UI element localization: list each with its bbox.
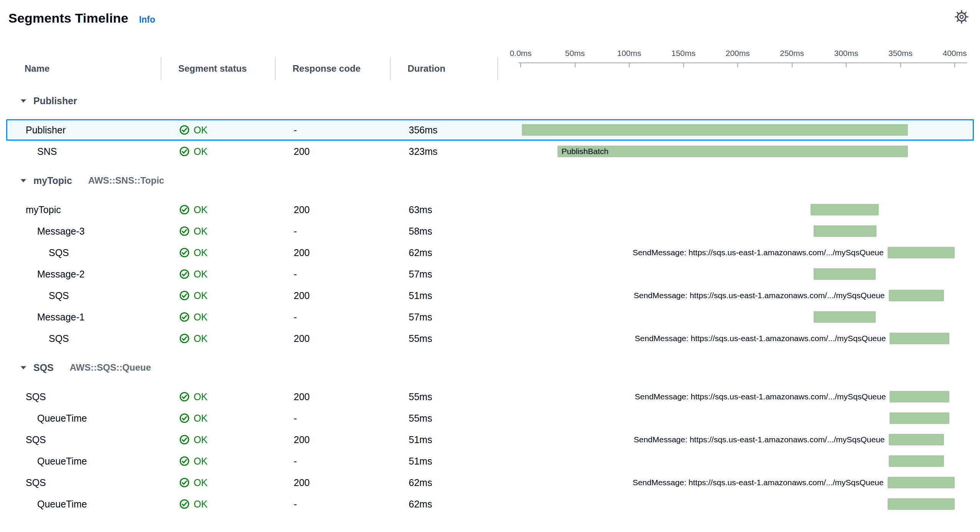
status-ok-icon: [179, 435, 189, 445]
timeline-bar[interactable]: [811, 204, 879, 215]
column-header-segment-status: Segment status: [161, 57, 276, 80]
axis-tick-label: 350ms: [888, 49, 913, 58]
segment-row[interactable]: SQSOK20051msSendMessage: https://sqs.us-…: [6, 429, 974, 450]
segment-status: OK: [163, 434, 277, 445]
response-code: -: [277, 499, 392, 510]
segment-name: SNS: [7, 146, 163, 157]
settings-button[interactable]: [953, 8, 970, 25]
timeline-cell: SendMessage: https://sqs.us-east-1.amazo…: [499, 243, 973, 262]
segment-row[interactable]: QueueTimeOK-62ms: [6, 493, 974, 515]
axis-tick: [575, 62, 576, 67]
status-text: OK: [194, 226, 207, 237]
status-ok-icon: [179, 456, 189, 466]
timeline-cell: [499, 200, 973, 219]
segment-status: OK: [163, 391, 277, 402]
segment-row[interactable]: Message-3OK-58ms: [6, 220, 974, 242]
duration: 55ms: [392, 391, 499, 402]
status-text: OK: [194, 434, 207, 445]
info-link[interactable]: Info: [139, 15, 155, 25]
timeline-bar[interactable]: [889, 455, 944, 467]
duration: 51ms: [392, 434, 499, 445]
segment-status: OK: [163, 204, 277, 215]
bar-prefix-label: SendMessage: https://sqs.us-east-1.amazo…: [634, 291, 885, 300]
status-ok-icon: [179, 413, 189, 423]
timeline-cell: [499, 452, 973, 471]
segment-name: SQS: [7, 477, 163, 488]
caret-down-icon[interactable]: [19, 363, 28, 372]
segment-row[interactable]: myTopicOK20063ms: [6, 199, 974, 220]
segment-group: SQSAWS::SQS::QueueSQSOK20055msSendMessag…: [0, 357, 980, 515]
axis-tick-label: 50ms: [565, 49, 585, 58]
group-header[interactable]: SQSAWS::SQS::Queue: [6, 357, 974, 378]
timeline-bar[interactable]: [522, 124, 908, 136]
group-header[interactable]: Publisher: [6, 90, 974, 112]
bar-inside-label: PublishBatch: [561, 147, 608, 156]
duration: 323ms: [392, 146, 499, 157]
timeline-bar[interactable]: [814, 225, 876, 237]
response-code: 200: [277, 290, 392, 301]
segment-row[interactable]: SQSOK20062msSendMessage: https://sqs.us-…: [6, 242, 974, 263]
timeline-cell: [499, 307, 973, 327]
status-ok-icon: [179, 226, 189, 236]
timeline-bar[interactable]: [889, 434, 944, 445]
caret-down-icon[interactable]: [19, 96, 28, 105]
segment-row[interactable]: SQSOK20051msSendMessage: https://sqs.us-…: [6, 285, 974, 306]
segments-timeline-panel: Segments Timeline Info Name Segment stat…: [0, 0, 980, 532]
timeline-cell: SendMessage: https://sqs.us-east-1.amazo…: [499, 286, 973, 305]
status-text: OK: [194, 456, 207, 467]
bar-prefix-label: SendMessage: https://sqs.us-east-1.amazo…: [633, 248, 884, 257]
duration: 55ms: [392, 413, 499, 424]
duration: 51ms: [392, 456, 499, 467]
segment-name: Message-1: [7, 312, 163, 323]
status-text: OK: [194, 477, 207, 488]
timeline-bar[interactable]: [888, 498, 955, 510]
segment-row[interactable]: QueueTimeOK-51ms: [6, 450, 974, 472]
response-code: -: [277, 269, 392, 280]
timeline-bar[interactable]: [814, 311, 875, 323]
axis-tick: [900, 62, 901, 67]
axis-tick: [737, 62, 738, 67]
axis-tick-label: 300ms: [834, 49, 858, 58]
segment-row[interactable]: SNSOK200323msPublishBatch: [6, 141, 974, 162]
group-type: AWS::SQS::Queue: [70, 362, 151, 373]
segment-name: QueueTime: [7, 456, 163, 467]
page-title: Segments Timeline: [8, 11, 128, 26]
segment-row[interactable]: Message-1OK-57ms: [6, 306, 974, 328]
timeline-bar[interactable]: [888, 477, 955, 488]
axis-tick-label: 250ms: [780, 49, 804, 58]
timeline-axis: 0.0ms50ms100ms150ms200ms250ms300ms350ms4…: [498, 48, 974, 80]
status-text: OK: [194, 269, 207, 280]
segment-name: QueueTime: [7, 413, 163, 424]
response-code: -: [277, 125, 392, 136]
timeline-cell: SendMessage: https://sqs.us-east-1.amazo…: [499, 473, 973, 492]
timeline-bar[interactable]: [888, 247, 955, 258]
table-header: Name Segment status Response code Durati…: [6, 48, 974, 80]
column-header-response-code: Response code: [276, 57, 391, 80]
segment-row[interactable]: SQSOK20055msSendMessage: https://sqs.us-…: [6, 328, 974, 349]
segment-row[interactable]: SQSOK20062msSendMessage: https://sqs.us-…: [6, 472, 974, 493]
caret-down-icon[interactable]: [19, 176, 28, 185]
status-text: OK: [194, 333, 207, 344]
timeline-bar[interactable]: [890, 333, 949, 344]
response-code: 200: [277, 247, 392, 258]
status-ok-icon: [179, 499, 189, 509]
segment-row[interactable]: QueueTimeOK-55ms: [6, 407, 974, 429]
status-text: OK: [194, 146, 207, 157]
segment-group: myTopicAWS::SNS::TopicmyTopicOK20063msMe…: [0, 170, 980, 349]
group-header[interactable]: myTopicAWS::SNS::Topic: [6, 170, 974, 191]
segment-row[interactable]: Message-2OK-57ms: [6, 263, 974, 285]
axis-tick: [846, 62, 847, 67]
status-text: OK: [194, 247, 207, 258]
timeline-bar[interactable]: [814, 268, 875, 280]
timeline-bar[interactable]: [890, 391, 949, 402]
timeline-bar[interactable]: [889, 290, 944, 301]
status-ok-icon: [179, 312, 189, 322]
timeline-bar[interactable]: [890, 412, 949, 424]
segment-row[interactable]: PublisherOK-356ms: [6, 119, 974, 141]
timeline-bar[interactable]: PublishBatch: [557, 146, 908, 157]
timeline-cell: [499, 494, 973, 514]
response-code: -: [277, 413, 392, 424]
status-ok-icon: [179, 248, 189, 258]
status-ok-icon: [179, 478, 189, 488]
segment-row[interactable]: SQSOK20055msSendMessage: https://sqs.us-…: [6, 386, 974, 407]
